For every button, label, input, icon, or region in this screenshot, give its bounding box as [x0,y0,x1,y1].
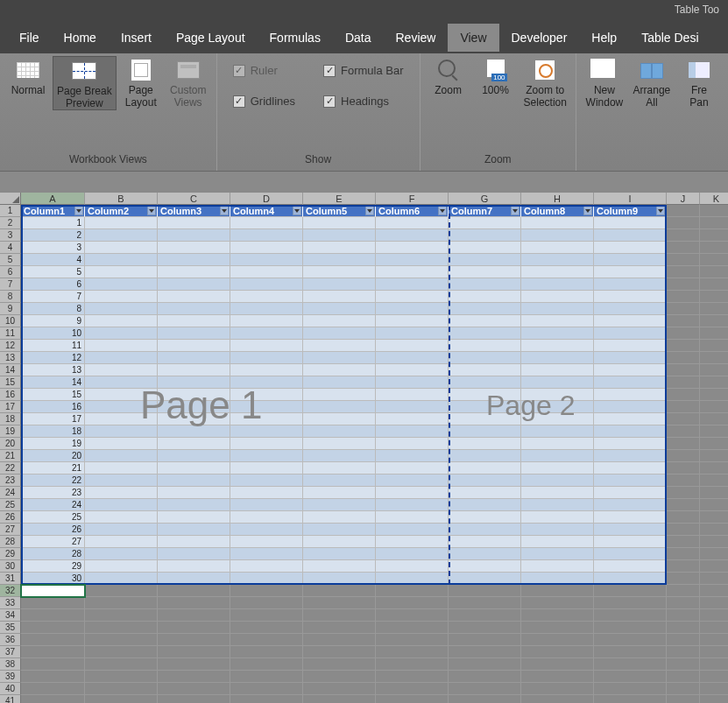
cell[interactable]: 3 [21,242,85,254]
cell[interactable] [85,291,158,303]
cell[interactable] [700,573,728,585]
cell[interactable] [667,217,700,229]
cell[interactable] [303,573,376,585]
cell[interactable] [158,364,230,376]
cell[interactable] [594,609,667,622]
col-header-D[interactable]: D [230,193,303,205]
cell[interactable] [449,560,521,573]
cell[interactable] [449,242,521,254]
filter-dropdown-icon[interactable] [74,206,83,215]
cell[interactable] [521,585,594,597]
cell[interactable] [521,254,594,266]
cell[interactable]: Column8 [521,205,594,217]
cell[interactable] [521,242,594,254]
cell[interactable] [303,609,376,622]
cell[interactable]: 22 [21,475,85,487]
cell[interactable] [230,622,303,634]
cell[interactable] [230,327,303,340]
cell[interactable] [376,524,449,536]
cell[interactable] [85,671,158,683]
col-header-B[interactable]: B [85,193,158,205]
cell[interactable]: 1 [21,217,85,229]
cell[interactable] [594,217,667,229]
cell[interactable] [449,303,521,315]
cell[interactable]: 16 [21,401,85,413]
cell[interactable] [449,511,521,524]
cell[interactable] [376,622,449,634]
cell[interactable] [303,462,376,475]
cell[interactable] [667,573,700,585]
cell[interactable] [521,475,594,487]
cell[interactable] [700,695,728,703]
cell[interactable] [85,242,158,254]
cell[interactable]: 21 [21,462,85,475]
cell[interactable] [667,622,700,634]
cell[interactable] [667,646,700,658]
cell[interactable] [376,401,449,413]
zoom-to-selection-button[interactable]: Zoom toSelection [520,56,570,109]
cell[interactable] [376,487,449,499]
cell[interactable]: Column2 [85,205,158,217]
cell[interactable] [230,499,303,511]
cell[interactable] [449,315,521,327]
cell[interactable] [85,683,158,695]
cell[interactable] [303,560,376,573]
cell[interactable] [230,376,303,389]
cell[interactable] [667,229,700,242]
row-header-24[interactable]: 24 [0,487,21,499]
cell[interactable] [376,548,449,560]
cell[interactable] [376,352,449,364]
row-header-12[interactable]: 12 [0,340,21,352]
cell[interactable] [303,291,376,303]
cell[interactable]: 27 [21,536,85,548]
cell[interactable] [594,560,667,573]
cell[interactable] [521,425,594,438]
cell[interactable] [521,327,594,340]
cell[interactable] [594,254,667,266]
cell[interactable] [700,560,728,573]
cell[interactable] [449,609,521,622]
cell[interactable] [303,389,376,401]
cell[interactable] [230,217,303,229]
cell[interactable] [700,413,728,425]
cell[interactable]: Column9 [594,205,667,217]
cell[interactable] [376,646,449,658]
cell[interactable] [594,242,667,254]
cell[interactable]: 2 [21,229,85,242]
cell[interactable] [521,597,594,609]
cell[interactable] [594,327,667,340]
cell[interactable] [667,401,700,413]
cell[interactable] [521,658,594,671]
cell[interactable] [158,389,230,401]
row-header-10[interactable]: 10 [0,315,21,327]
gridlines-checkbox[interactable]: ✓ Gridlines [228,92,300,110]
cell[interactable] [449,425,521,438]
cell[interactable] [667,291,700,303]
cell[interactable] [521,646,594,658]
cell[interactable] [85,413,158,425]
cell[interactable] [521,291,594,303]
cell[interactable] [158,646,230,658]
cell[interactable] [158,560,230,573]
cell[interactable] [594,548,667,560]
cell[interactable] [667,585,700,597]
menu-item-view[interactable]: View [448,24,498,52]
cell[interactable] [303,450,376,462]
cell[interactable] [21,671,85,683]
cell[interactable] [21,646,85,658]
row-header-28[interactable]: 28 [0,536,21,548]
cell[interactable] [594,389,667,401]
cell[interactable] [521,634,594,646]
cell[interactable] [449,364,521,376]
cell[interactable] [700,487,728,499]
menu-item-file[interactable]: File [7,24,52,52]
cell[interactable]: 9 [21,315,85,327]
cell[interactable] [303,401,376,413]
cell[interactable]: 13 [21,364,85,376]
cell[interactable] [303,217,376,229]
cell[interactable] [594,573,667,585]
cell[interactable] [303,266,376,278]
col-header-I[interactable]: I [594,193,667,205]
menu-item-help[interactable]: Help [579,24,629,52]
cell[interactable] [303,475,376,487]
